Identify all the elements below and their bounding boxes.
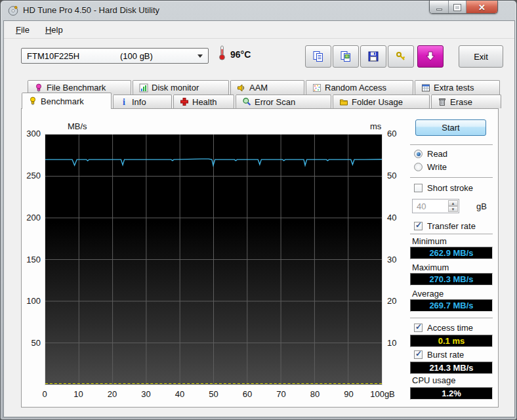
tab-label: Random Access [325,83,386,93]
y-left-tick-label: 100 [21,296,41,306]
burst-rate-value: 214.3 MB/s [410,362,493,374]
separator [410,144,493,145]
minimum-label: Minimum [412,236,447,246]
write-radio[interactable] [414,163,423,171]
x-tick-label: 80 [300,389,329,399]
y-right-tick-label: 40 [387,213,407,222]
svg-text:i: i [123,97,125,106]
tab-label: File Benchmark [47,83,106,93]
plot-area [45,134,383,385]
menu-file[interactable]: File [9,23,36,37]
x-tick-label: 40 [165,389,194,399]
temperature-value: 96°C [230,49,251,60]
tab-aam[interactable]: AAM [230,80,304,94]
close-button[interactable]: ✕ [466,1,497,14]
minimize-button[interactable] [430,1,449,14]
download-results-button[interactable] [417,45,444,68]
file-benchmark-icon [34,83,43,93]
menu-help[interactable]: Help [39,23,70,37]
transfer-rate-label: Transfer rate [427,221,476,231]
tab-folder-usage[interactable]: Folder Usage [333,94,430,108]
tab-erase[interactable]: Erase [431,94,501,108]
spinner-arrows: ▲ ▼ [448,200,458,212]
benchmark-icon [28,96,37,106]
app-disk-icon [8,5,18,16]
tab-info[interactable]: iInfo [113,94,172,108]
access-time-row[interactable]: Access time [414,323,473,333]
exit-button[interactable]: Exit [459,45,503,68]
folder-usage-icon [339,97,348,106]
tab-disk-monitor[interactable]: Disk monitor [133,80,229,94]
maximize-button[interactable] [449,1,466,14]
tab-label: Extra tests [434,83,474,93]
y-right-tick-label: 50 [387,171,407,180]
transfer-rate-checkbox[interactable] [414,222,423,230]
separator [410,177,493,178]
x-tick-label: 10 [64,389,93,399]
burst-rate-row[interactable]: Burst rate [414,350,464,360]
x-tick-label: 100gB [368,389,397,399]
y-left-tick-label: 50 [21,338,41,348]
copy-text-button[interactable] [305,45,331,68]
y-left-tick-label: 150 [21,255,41,264]
y-right-tick-label: 10 [387,338,407,348]
tab-label: Disk monitor [152,83,199,93]
tab-label: Erase [450,97,472,107]
transfer-rate-row[interactable]: Transfer rate [414,221,476,231]
disk-monitor-icon [139,83,148,93]
tab-label: Info [132,97,146,107]
copy-image-icon [339,50,352,63]
extra-tests-icon [421,83,430,93]
menu-bar: File Help [4,21,514,39]
copy-image-button[interactable] [333,45,359,68]
save-icon [367,50,380,63]
start-button[interactable]: Start [415,119,486,136]
tab-error-scan[interactable]: Error Scan [236,94,331,108]
drive-select-dropdown[interactable]: FTM10F225H (100 gB) [21,48,209,64]
minimum-value: 262.9 MB/s [410,247,493,259]
burst-rate-checkbox[interactable] [414,350,423,359]
x-tick-label: 50 [199,389,228,399]
separator [410,318,493,318]
tab-health[interactable]: Health [173,94,234,108]
burst-rate-label: Burst rate [427,350,464,360]
separator [410,234,493,234]
tab-extra-tests[interactable]: Extra tests [415,80,500,94]
tab-label: Folder Usage [352,97,403,107]
x-tick-label: 60 [233,389,262,399]
tab-label: Benchmark [41,96,84,106]
y-right-tick-label: 20 [387,296,407,306]
tab-random-access[interactable]: Random Access [306,80,413,94]
benchmark-tab-page: MB/s ms 0102030405060708090100gB30025020… [21,108,499,408]
y-right-tick-label: 30 [387,255,407,264]
read-label: Read [427,149,447,159]
stroke-size-spinner[interactable]: 40 ▲ ▼ [412,199,459,213]
read-radio[interactable] [414,150,423,158]
access-time-checkbox[interactable] [414,324,423,332]
tab-benchmark[interactable]: Benchmark [22,93,112,109]
write-label: Write [427,162,447,172]
aam-icon [237,83,246,93]
spin-down-icon[interactable]: ▼ [448,206,458,212]
spin-up-icon[interactable]: ▲ [448,200,458,206]
read-radio-row[interactable]: Read [414,149,447,159]
cpu-usage-value: 1.2% [410,387,493,400]
tab-label: Error Scan [255,97,295,107]
maximum-label: Maximum [412,262,449,272]
access-time-value: 0.1 ms [410,335,493,347]
write-radio-row[interactable]: Write [414,162,447,172]
short-stroke-row[interactable]: Short stroke [414,183,473,193]
cpu-usage-label: CPU usage [412,375,455,385]
window-content: File Help FTM10F225H (100 gB) 96°C [3,20,515,417]
save-button[interactable] [360,45,386,68]
options-button[interactable] [388,45,414,68]
short-stroke-checkbox[interactable] [414,184,423,192]
stroke-size-value: 40 [417,201,426,211]
thermometer-icon [218,45,226,60]
caption-buttons: ✕ [429,1,498,14]
exit-label: Exit [474,52,488,62]
title-bar[interactable]: HD Tune Pro 4.50 - Hard Disk Utility ✕ [1,1,516,20]
y-left-tick-label: 250 [21,171,41,180]
x-tick-label: 30 [132,389,161,399]
y-right-tick-label: 60 [387,129,407,138]
